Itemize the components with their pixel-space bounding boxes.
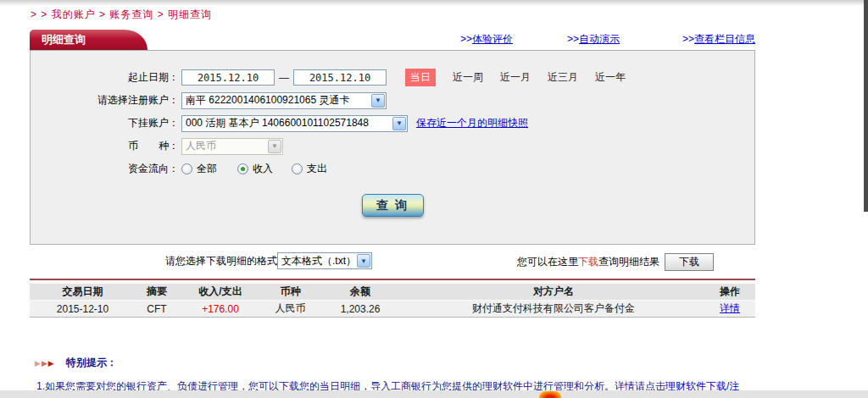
notice-title: 特别提示：	[66, 357, 117, 368]
radio-income-label: 收入	[253, 162, 273, 176]
download-hint-group: 您可以在这里下载查询明细结果 下载	[517, 253, 714, 271]
currency-value: 人民币	[186, 139, 216, 153]
download-hint-prefix: 您可以在这里	[517, 255, 578, 269]
register-account-row: 请选择注册账户： 南平 6222001406100921065 灵通卡 ▼	[31, 89, 754, 112]
bottom-logo-partial	[539, 391, 561, 398]
table-top-divider	[30, 279, 755, 280]
notice-arrow-icon: ▶	[48, 359, 54, 368]
query-form-panel: 起止日期： — 当日 近一周 近一月 近三月 近一年 请选择注册账户： 南平 6…	[30, 50, 755, 245]
date-to-input[interactable]	[293, 69, 387, 86]
currency-select: 人民币 ▼	[181, 138, 283, 155]
cell-amount: +176.00	[178, 301, 263, 318]
radio-income[interactable]	[237, 163, 248, 174]
register-account-label: 请选择注册账户：	[31, 93, 179, 108]
chevron-down-icon: ▼	[392, 117, 406, 130]
download-row: 请您选择下载明细的格式 文本格式（.txt） ▼ 您可以在这里下载查询明细结果 …	[30, 252, 755, 273]
col-balance: 余额	[318, 284, 403, 301]
fund-flow-label: 资金流向：	[31, 162, 179, 176]
query-button-row: 查 询	[31, 194, 754, 217]
sub-account-label: 下挂账户：	[31, 116, 179, 130]
date-from-input[interactable]	[181, 69, 275, 86]
radio-expense[interactable]	[292, 163, 303, 174]
cell-date: 2015-12-10	[30, 301, 136, 318]
link-label: 体验评价	[472, 33, 513, 45]
tab-row: 明细查询 >>体验评价 >>自动演示 >>查看栏目信息	[30, 28, 755, 50]
page-top-gradient	[0, 0, 868, 6]
download-hint-suffix: 查询明细结果	[598, 255, 659, 269]
col-amount: 收入/支出	[178, 284, 263, 301]
link-prefix: >>	[567, 33, 579, 45]
download-button[interactable]: 下载	[665, 253, 714, 271]
content-area: 明细查询 >>体验评价 >>自动演示 >>查看栏目信息 起止日期： — 当日 近…	[30, 28, 755, 398]
currency-label: 币 种：	[31, 139, 179, 153]
col-action: 操作	[704, 284, 755, 301]
link-prefix: >>	[682, 33, 694, 45]
special-notice: ▶▶▶ 特别提示：	[30, 356, 755, 370]
date-range-row: 起止日期： — 当日 近一周 近一月 近三月 近一年	[31, 66, 754, 89]
register-account-value: 南平 6222001406100921065 灵通卡	[186, 93, 349, 108]
link-auto-demo[interactable]: >>自动演示	[567, 32, 620, 47]
radio-all-label: 全部	[197, 162, 217, 176]
cell-counterparty: 财付通支付科技有限公司客户备付金	[403, 301, 704, 318]
currency-row: 币 种： 人民币 ▼	[31, 135, 754, 158]
quick-range-last-year[interactable]: 近一年	[595, 70, 626, 85]
col-date: 交易日期	[30, 284, 136, 301]
save-snapshot-link[interactable]: 保存近一个月的明细快照	[416, 116, 528, 130]
detail-link[interactable]: 详情	[720, 302, 740, 314]
quick-range-last-3-months[interactable]: 近三月	[548, 70, 578, 85]
quick-range-today[interactable]: 当日	[405, 69, 436, 86]
cell-balance: 1,203.26	[318, 301, 403, 318]
link-label: 自动演示	[579, 33, 620, 45]
link-experience-rating[interactable]: >>体验评价	[460, 32, 513, 47]
table-header-row: 交易日期 摘要 收入/支出 币种 余额 对方户名 操作	[30, 284, 755, 301]
results-table-section: 交易日期 摘要 收入/支出 币种 余额 对方户名 操作 2015-12-10 C…	[30, 279, 755, 318]
notice-arrow-icon: ▶	[42, 359, 47, 368]
download-format-label: 请您选择下载明细的格式	[165, 254, 277, 268]
scrollbar-thumb[interactable]	[864, 0, 868, 212]
radio-all[interactable]	[181, 163, 192, 174]
fund-flow-row: 资金流向： 全部 收入 支出	[31, 158, 754, 180]
download-hint-highlight: 下载	[578, 255, 598, 269]
date-range-label: 起止日期：	[31, 70, 179, 85]
col-currency: 币种	[263, 284, 318, 301]
chevron-down-icon: ▼	[268, 140, 281, 153]
col-counterparty: 对方户名	[403, 284, 704, 301]
download-format-group: 请您选择下载明细的格式 文本格式（.txt） ▼	[165, 252, 372, 269]
tab-title: 明细查询	[42, 33, 86, 46]
quick-range-last-month[interactable]: 近一月	[500, 70, 531, 85]
col-summary: 摘要	[136, 284, 178, 301]
sub-account-row: 下挂账户： 000 活期 基本户 1406600101102571848 ▼ 保…	[31, 112, 754, 135]
breadcrumb: > > 我的账户 > 账务查询 > 明细查询	[31, 8, 212, 22]
link-view-column-info[interactable]: >>查看栏目信息	[682, 32, 755, 47]
cell-summary: CFT	[136, 301, 178, 318]
download-format-select[interactable]: 文本格式（.txt） ▼	[277, 252, 372, 269]
sub-account-select[interactable]: 000 活期 基本户 1406600101102571848 ▼	[181, 115, 408, 132]
page-bottom-strip	[0, 390, 868, 398]
download-format-value: 文本格式（.txt）	[281, 254, 356, 268]
link-label: 查看栏目信息	[694, 33, 755, 45]
chevron-down-icon: ▼	[357, 254, 370, 268]
chevron-down-icon: ▼	[371, 94, 385, 108]
register-account-select[interactable]: 南平 6222001406100921065 灵通卡 ▼	[181, 92, 387, 109]
notice-arrow-icon: ▶	[35, 359, 41, 368]
date-dash: —	[279, 72, 289, 84]
quick-range-last-week[interactable]: 近一周	[453, 70, 483, 85]
link-prefix: >>	[460, 33, 472, 45]
sub-account-value: 000 活期 基本户 1406600101102571848	[186, 116, 369, 130]
tab-detail-query: 明细查询	[30, 30, 125, 50]
cell-currency: 人民币	[263, 301, 318, 318]
results-table: 交易日期 摘要 收入/支出 币种 余额 对方户名 操作 2015-12-10 C…	[30, 284, 755, 318]
table-row: 2015-12-10 CFT +176.00 人民币 1,203.26 财付通支…	[30, 301, 755, 318]
query-button[interactable]: 查 询	[362, 194, 424, 217]
radio-expense-label: 支出	[307, 162, 327, 176]
